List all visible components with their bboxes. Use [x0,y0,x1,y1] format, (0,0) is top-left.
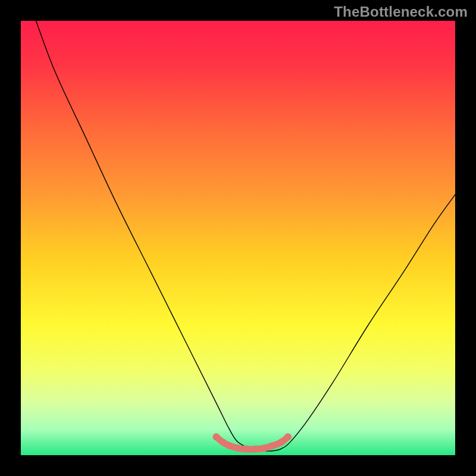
chart-frame: TheBottleneck.com [0,0,476,476]
chart-background [21,21,455,455]
watermark-text: TheBottleneck.com [334,4,468,20]
chart-svg [21,21,455,455]
chart-plot-area [21,21,455,455]
